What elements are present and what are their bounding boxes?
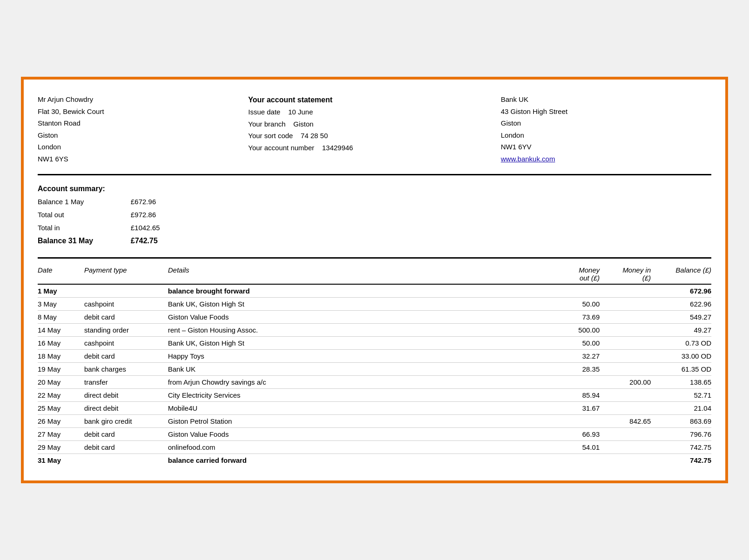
row-date: 18 May [38, 352, 84, 360]
row-money-out: 50.00 [553, 339, 604, 347]
row-payment-type: direct debit [84, 391, 168, 399]
row-money-in: 842.65 [604, 417, 655, 425]
summary-row-label: Balance 31 May [38, 234, 131, 248]
row-payment-type: bank giro credit [84, 417, 168, 425]
row-details: rent – Giston Housing Assoc. [168, 326, 553, 334]
summary-row: Balance 1 May£672.96 [38, 195, 711, 208]
summary-row-value: £672.96 [131, 195, 177, 208]
customer-address2: Stanton Road [38, 117, 248, 129]
account-value: 13429946 [322, 144, 353, 152]
customer-address5: NW1 6YS [38, 153, 248, 165]
row-details: Bank UK, Giston High St [168, 300, 553, 308]
summary-rows: Balance 1 May£672.96Total out£972.86Tota… [38, 195, 711, 248]
table-row: 8 May debit card Giston Value Foods 73.6… [38, 311, 711, 324]
row-details: balance carried forward [168, 456, 553, 464]
row-date: 26 May [38, 417, 84, 425]
summary-row-value: £1042.65 [131, 221, 177, 234]
bank-address: Bank UK 43 Giston High Street Giston Lon… [501, 93, 712, 165]
table-row: 22 May direct debit City Electricity Ser… [38, 389, 711, 402]
row-date: 19 May [38, 365, 84, 373]
bank-website[interactable]: www.bankuk.com [501, 155, 555, 163]
divider-header [38, 174, 711, 175]
row-date: 27 May [38, 430, 84, 438]
account-summary: Account summary: Balance 1 May£672.96Tot… [38, 180, 711, 253]
row-money-out: 50.00 [553, 300, 604, 308]
summary-row-label: Balance 1 May [38, 195, 131, 208]
row-balance: 863.69 [655, 417, 711, 425]
row-date: 22 May [38, 391, 84, 399]
bank-address3: London [501, 129, 712, 141]
row-money-out: 85.94 [553, 391, 604, 399]
customer-address4: London [38, 141, 248, 153]
row-payment-type: cashpoint [84, 339, 168, 347]
col-header-money-in: Money in (£) [604, 266, 655, 282]
bank-name: Bank UK [501, 93, 712, 106]
statement-title: Your account statement [248, 96, 333, 104]
table-row: 18 May debit card Happy Toys 32.27 33.00… [38, 350, 711, 363]
row-money-in: 200.00 [604, 378, 655, 386]
row-details: Happy Toys [168, 352, 553, 360]
row-details: Mobile4U [168, 404, 553, 412]
row-payment-type: transfer [84, 378, 168, 386]
col-header-details: Details [168, 266, 553, 282]
issue-label: Issue date [248, 108, 281, 116]
row-balance: 49.27 [655, 326, 711, 334]
row-date: 31 May [38, 456, 84, 464]
row-date: 14 May [38, 326, 84, 334]
header-section: Mr Arjun Chowdry Flat 30, Bewick Court S… [38, 93, 711, 165]
table-row: 3 May cashpoint Bank UK, Giston High St … [38, 298, 711, 311]
table-row: 31 May balance carried forward 742.75 [38, 454, 711, 467]
table-row: 16 May cashpoint Bank UK, Giston High St… [38, 337, 711, 350]
row-balance: 21.04 [655, 404, 711, 412]
summary-row-label: Total in [38, 221, 131, 234]
row-payment-type: debit card [84, 443, 168, 451]
row-details: Bank UK [168, 365, 553, 373]
table-row: 29 May debit card onlinefood.com 54.01 7… [38, 441, 711, 454]
divider-summary [38, 257, 711, 259]
table-row: 25 May direct debit Mobile4U 31.67 21.04 [38, 402, 711, 415]
table-row: 1 May balance brought forward 672.96 [38, 285, 711, 298]
sort-value: 74 28 50 [301, 132, 328, 140]
transactions-table: Date Payment type Details Money out (£) … [38, 263, 711, 467]
bank-address2: Giston [501, 117, 712, 129]
col-header-balance: Balance (£) [655, 266, 711, 282]
statement-container: Mr Arjun Chowdry Flat 30, Bewick Court S… [21, 77, 728, 483]
row-balance: 549.27 [655, 313, 711, 321]
row-date: 25 May [38, 404, 84, 412]
row-money-out: 500.00 [553, 326, 604, 334]
row-money-out: 31.67 [553, 404, 604, 412]
summary-row-value: £972.86 [131, 208, 177, 221]
row-details: Bank UK, Giston High St [168, 339, 553, 347]
row-money-out: 73.69 [553, 313, 604, 321]
customer-address3: Giston [38, 129, 248, 141]
summary-row: Total in£1042.65 [38, 221, 711, 234]
row-date: 1 May [38, 287, 84, 295]
bank-address4: NW1 6YV [501, 141, 712, 153]
row-details: City Electricity Services [168, 391, 553, 399]
summary-title: Account summary: [38, 185, 711, 193]
row-payment-type: cashpoint [84, 300, 168, 308]
row-payment-type: bank charges [84, 365, 168, 373]
row-balance: 138.65 [655, 378, 711, 386]
col-header-date: Date [38, 266, 84, 282]
row-money-out: 66.93 [553, 430, 604, 438]
summary-row: Total out£972.86 [38, 208, 711, 221]
row-payment-type: standing order [84, 326, 168, 334]
col-header-payment: Payment type [84, 266, 168, 282]
table-row: 27 May debit card Giston Value Foods 66.… [38, 428, 711, 441]
row-payment-type: debit card [84, 352, 168, 360]
row-details: onlinefood.com [168, 443, 553, 451]
customer-address: Mr Arjun Chowdry Flat 30, Bewick Court S… [38, 93, 248, 165]
summary-row-label: Total out [38, 208, 131, 221]
col-header-money-out: Money out (£) [553, 266, 604, 282]
row-date: 20 May [38, 378, 84, 386]
customer-address1: Flat 30, Bewick Court [38, 106, 248, 118]
row-balance: 796.76 [655, 430, 711, 438]
row-balance: 61.35 OD [655, 365, 711, 373]
branch-label: Your branch [248, 120, 286, 128]
bank-address1: 43 Giston High Street [501, 106, 712, 118]
row-details: Giston Value Foods [168, 313, 553, 321]
row-details: balance brought forward [168, 287, 553, 295]
sort-label: Your sort code [248, 132, 293, 140]
row-money-out: 32.27 [553, 352, 604, 360]
